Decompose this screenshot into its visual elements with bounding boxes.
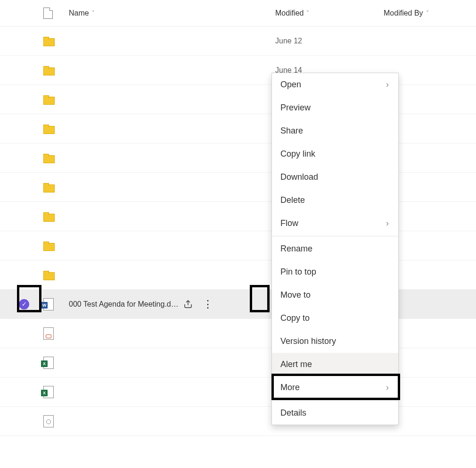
menu-copy-link[interactable]: Copy link <box>272 142 398 166</box>
menu-open-label: Open <box>280 80 301 90</box>
menu-open[interactable]: Open › <box>272 73 398 96</box>
menu-separator <box>272 236 398 236</box>
menu-version-history[interactable]: Version history <box>272 330 398 353</box>
folder-icon <box>43 37 54 45</box>
system-file-icon <box>43 415 54 427</box>
table-row[interactable] <box>0 143 476 173</box>
caret-down-icon: ˅ <box>92 10 95 17</box>
menu-download-label: Download <box>280 172 318 182</box>
file-type-icon <box>43 8 53 19</box>
folder-icon <box>43 66 54 75</box>
row-icon-cell <box>41 415 69 427</box>
menu-preview[interactable]: Preview <box>272 96 398 119</box>
row-select-cell[interactable]: ✓ <box>8 299 41 309</box>
folder-icon <box>43 154 54 162</box>
row-icon-cell <box>41 183 69 192</box>
menu-delete[interactable]: Delete <box>272 189 398 212</box>
row-icon-cell <box>41 154 69 162</box>
menu-move-to[interactable]: Move to <box>272 284 398 307</box>
excel-file-icon: X <box>43 357 54 369</box>
item-context-menu: Open › Preview Share Copy link Download … <box>271 73 399 425</box>
folder-icon <box>43 125 54 133</box>
menu-move-label: Move to <box>280 290 311 300</box>
table-row[interactable]: June 12 <box>0 26 476 56</box>
menu-download[interactable]: Download <box>272 166 398 189</box>
folder-icon <box>43 183 54 192</box>
menu-more-label: More <box>280 383 300 393</box>
table-row[interactable] <box>0 114 476 143</box>
share-icon[interactable] <box>182 299 194 310</box>
menu-share-label: Share <box>280 126 303 136</box>
menu-copyto-label: Copy to <box>280 313 310 323</box>
menu-more[interactable]: More › <box>272 376 398 399</box>
table-row[interactable] <box>0 173 476 202</box>
folder-icon <box>43 242 54 250</box>
excel-file-icon: X <box>43 386 54 398</box>
chevron-right-icon: › <box>386 218 389 228</box>
row-icon-cell <box>41 37 69 45</box>
menu-rename-label: Rename <box>280 244 312 254</box>
row-icon-cell: X <box>41 357 69 369</box>
column-header-type[interactable] <box>41 8 69 19</box>
chevron-right-icon: › <box>386 383 389 393</box>
folder-icon <box>43 212 54 221</box>
menu-alert-me[interactable]: Alert me <box>272 353 398 376</box>
column-header-row: Name ˅ Modified ˅ Modified By ˅ <box>0 0 476 26</box>
row-modified-cell: June 12 <box>275 37 384 45</box>
menu-flow[interactable]: Flow › <box>272 212 398 235</box>
menu-delete-label: Delete <box>280 195 305 205</box>
menu-share[interactable]: Share <box>272 119 398 142</box>
table-row[interactable] <box>0 407 476 436</box>
table-row[interactable]: June 14 <box>0 56 476 85</box>
row-icon-cell <box>41 125 69 133</box>
table-body: June 12June 14✓W000 Test Agenda for Meet… <box>0 26 476 436</box>
table-row[interactable] <box>0 260 476 290</box>
menu-version-label: Version history <box>280 336 336 346</box>
menu-details-label: Details <box>280 408 306 418</box>
column-header-name[interactable]: Name ˅ <box>69 9 275 17</box>
menu-preview-label: Preview <box>280 103 311 113</box>
file-name-label: 000 Test Agenda for Meeting.d… <box>69 300 179 309</box>
menu-copy-to[interactable]: Copy to <box>272 307 398 330</box>
powerpoint-file-icon <box>43 327 54 340</box>
table-row[interactable]: X <box>0 348 476 377</box>
caret-down-icon: ˅ <box>306 10 309 17</box>
menu-pin-to-top[interactable]: Pin to top <box>272 260 398 284</box>
menu-separator <box>272 400 398 401</box>
column-header-modified-label: Modified <box>275 9 304 17</box>
document-library-table: Name ˅ Modified ˅ Modified By ˅ June 12J… <box>0 0 476 436</box>
menu-pin-label: Pin to top <box>280 267 316 277</box>
table-row[interactable]: ✓W000 Test Agenda for Meeting.d…⋮ <box>0 290 476 319</box>
menu-copy-link-label: Copy link <box>280 149 315 159</box>
row-name-cell[interactable]: 000 Test Agenda for Meeting.d…⋮ <box>69 299 275 310</box>
row-icon-cell <box>41 66 69 75</box>
table-row[interactable]: ↘ <box>0 319 476 348</box>
more-actions-icon[interactable]: ⋮ <box>202 299 213 310</box>
row-icon-cell <box>41 212 69 221</box>
menu-flow-label: Flow <box>280 218 298 228</box>
menu-rename[interactable]: Rename <box>272 237 398 260</box>
menu-alert-label: Alert me <box>280 359 312 369</box>
row-icon-cell <box>41 271 69 279</box>
menu-details[interactable]: Details <box>272 401 398 425</box>
chevron-right-icon: › <box>386 80 389 90</box>
checkmark-icon[interactable]: ✓ <box>19 299 29 309</box>
column-header-modifiedby[interactable]: Modified By ˅ <box>384 9 468 17</box>
row-icon-cell <box>41 95 69 104</box>
folder-icon <box>43 95 54 104</box>
row-icon-cell <box>41 242 69 250</box>
caret-down-icon: ˅ <box>426 10 429 17</box>
column-header-modified[interactable]: Modified ˅ <box>275 9 384 17</box>
folder-icon <box>43 271 54 279</box>
row-icon-cell: W <box>41 298 69 310</box>
table-row[interactable] <box>0 202 476 231</box>
row-icon-cell: X <box>41 386 69 398</box>
word-file-icon: W <box>43 298 54 310</box>
column-header-name-label: Name <box>69 9 89 17</box>
row-icon-cell <box>41 327 69 340</box>
table-row[interactable] <box>0 85 476 114</box>
column-header-modifiedby-label: Modified By <box>384 9 423 17</box>
table-row[interactable]: X <box>0 377 476 407</box>
table-row[interactable] <box>0 231 476 260</box>
